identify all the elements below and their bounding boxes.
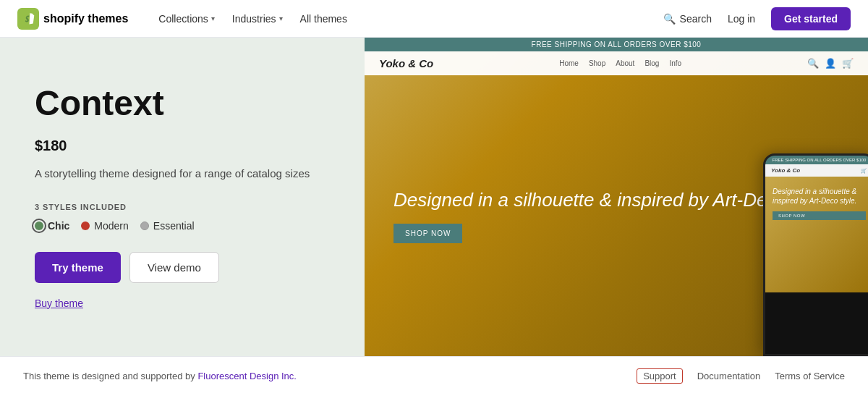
support-link[interactable]: Support xyxy=(637,368,683,384)
footer-bar: This theme is designed and supported by … xyxy=(0,356,868,395)
footer-right: Support Documentation Terms of Service xyxy=(637,368,845,384)
theme-title: Context xyxy=(35,85,330,123)
style-modern[interactable]: Modern xyxy=(81,220,128,232)
get-started-button[interactable]: Get started xyxy=(771,7,851,30)
search-icon: 🔍 xyxy=(663,13,676,25)
collections-chevron-icon: ▾ xyxy=(211,14,215,22)
hero-actions: Try theme View demo xyxy=(35,252,330,283)
mobile-nav: Yoko & Co 🛒 xyxy=(765,164,868,177)
tos-link[interactable]: Terms of Service xyxy=(775,371,845,381)
preview-main: FREE SHIPPING ON ALL ORDERS OVER $100 Yo… xyxy=(365,38,868,356)
theme-price: $180 xyxy=(35,138,330,154)
preview-brand: Yoko & Co xyxy=(379,57,433,69)
theme-description: A storytelling theme designed for a rang… xyxy=(35,166,330,182)
hero-left: Context $180 A storytelling theme design… xyxy=(0,38,365,356)
mobile-headline: Designed in a silhouette & inspired by A… xyxy=(773,187,866,206)
mobile-brand: Yoko & Co xyxy=(771,167,800,174)
mobile-cta-button: SHOP NOW xyxy=(773,211,866,220)
preview-nav: Yoko & Co Home Shop About Blog Info 🔍 👤 … xyxy=(365,51,868,75)
shopify-logo-icon xyxy=(17,8,39,30)
nav-right: 🔍 Search Log in Get started xyxy=(663,7,851,30)
hero-section: Context $180 A storytelling theme design… xyxy=(0,38,868,356)
all-themes-nav-link[interactable]: All themes xyxy=(293,9,354,29)
styles-heading: 3 STYLES INCLUDED xyxy=(35,203,330,211)
search-button[interactable]: 🔍 Search xyxy=(663,13,712,25)
preview-nav-icons: 🔍 👤 🛒 xyxy=(807,58,854,69)
modern-dot-icon xyxy=(81,221,90,230)
chic-dot-icon xyxy=(35,221,43,230)
style-options: Chic Modern Essential xyxy=(35,220,330,232)
modern-label: Modern xyxy=(94,220,128,232)
footer-text: This theme is designed and supported by xyxy=(23,371,195,381)
preview-cta-button: SHOP NOW xyxy=(393,224,462,243)
style-essential[interactable]: Essential xyxy=(140,220,195,232)
preview-cart-icon: 🛒 xyxy=(842,58,854,69)
navbar: shopify themes Collections ▾ Industries … xyxy=(0,0,868,38)
mobile-mockup: FREE SHIPPING ON ALL ORDERS OVER $100 Yo… xyxy=(763,153,868,356)
essential-label: Essential xyxy=(153,220,195,232)
essential-dot-icon xyxy=(140,221,149,230)
mobile-cart-icon: 🛒 xyxy=(861,168,867,174)
style-chic[interactable]: Chic xyxy=(35,220,69,232)
collections-nav-link[interactable]: Collections ▾ xyxy=(151,9,221,29)
preview-topbar: FREE SHIPPING ON ALL ORDERS OVER $100 xyxy=(365,38,868,51)
view-demo-button[interactable]: View demo xyxy=(129,252,219,283)
designer-link[interactable]: Fluorescent Design Inc. xyxy=(197,371,297,381)
hero-right: FREE SHIPPING ON ALL ORDERS OVER $100 Yo… xyxy=(365,38,868,356)
preview-nav-links: Home Shop About Blog Info xyxy=(559,59,681,67)
buy-theme-link[interactable]: Buy theme xyxy=(35,297,330,309)
industries-chevron-icon: ▾ xyxy=(279,14,283,22)
login-link[interactable]: Log in xyxy=(720,9,762,29)
preview-content: Designed in a silhouette & inspired by A… xyxy=(365,75,868,356)
preview-search-icon: 🔍 xyxy=(807,58,819,69)
nav-links: Collections ▾ Industries ▾ All themes xyxy=(151,9,663,29)
documentation-link[interactable]: Documentation xyxy=(697,371,760,381)
logo-text: shopify themes xyxy=(43,12,128,25)
mobile-content: Designed in a silhouette & inspired by A… xyxy=(765,177,868,292)
try-theme-button[interactable]: Try theme xyxy=(35,252,121,283)
logo[interactable]: shopify themes xyxy=(17,8,128,30)
chic-label: Chic xyxy=(48,220,69,232)
preview-account-icon: 👤 xyxy=(825,58,836,69)
industries-nav-link[interactable]: Industries ▾ xyxy=(225,9,290,29)
mobile-topbar: FREE SHIPPING ON ALL ORDERS OVER $100 xyxy=(765,156,868,164)
footer-left: This theme is designed and supported by … xyxy=(23,371,297,381)
